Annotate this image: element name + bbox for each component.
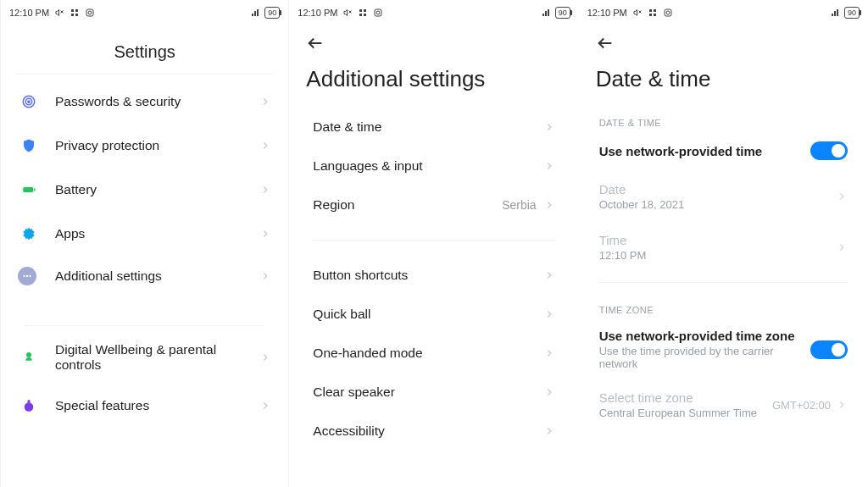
row-label: Battery [55, 182, 259, 197]
row-label: Use network-provided time [599, 144, 810, 158]
divider [313, 240, 554, 241]
row-use-network-time[interactable]: Use network-provided time [579, 133, 868, 169]
shield-icon [18, 135, 40, 157]
chevron-right-icon [259, 270, 271, 282]
chevron-right-icon [543, 160, 555, 172]
svg-point-36 [666, 11, 670, 14]
row-label: Region [313, 197, 502, 213]
row-label: Passwords & security [55, 94, 259, 109]
chevron-right-icon [259, 140, 271, 152]
fingerprint-icon [18, 91, 40, 113]
row-languages-input[interactable]: Languages & input [298, 147, 570, 185]
page-title: Additional settings [289, 59, 578, 108]
row-region[interactable]: Region Serbia [298, 185, 570, 224]
chevron-right-icon [836, 399, 848, 411]
row-label: Button shortcuts [313, 268, 542, 283]
svg-rect-34 [654, 14, 656, 16]
svg-rect-32 [654, 9, 656, 12]
svg-point-18 [25, 402, 34, 412]
row-label: Languages & input [313, 158, 542, 174]
toggle-network-timezone[interactable] [810, 340, 848, 359]
back-button[interactable] [596, 34, 615, 53]
svg-point-10 [28, 101, 30, 102]
battery-indicator: 90 [844, 7, 860, 19]
dots-icon [18, 267, 36, 285]
svg-rect-6 [86, 9, 93, 16]
row-label: Use network-provided time zone [599, 329, 810, 343]
screen-date-time: 12:10 PM 90 Date & time DATE & TIME Use … [579, 0, 868, 487]
row-label: Additional settings [55, 268, 259, 284]
settings-list: Passwords & security Privacy protection … [1, 80, 288, 428]
chevron-right-icon [543, 308, 555, 320]
status-bar: 12:10 PM 90 [1, 0, 288, 25]
row-time: Time 12:10 PM [579, 219, 868, 275]
divider [16, 74, 273, 75]
page-title: Settings [1, 25, 288, 69]
wellbeing-icon [18, 346, 40, 368]
row-one-handed-mode[interactable]: One-handed mode [298, 334, 570, 373]
network-icon [542, 8, 552, 18]
row-value: GMT+02:00 [772, 399, 831, 412]
chevron-right-icon [543, 269, 555, 281]
chevron-right-icon [543, 121, 555, 133]
row-label: Time [599, 233, 836, 247]
chevron-right-icon [543, 425, 555, 437]
status-time: 12:10 PM [587, 8, 627, 18]
chevron-right-icon [259, 351, 271, 363]
svg-rect-24 [359, 14, 362, 16]
row-additional-settings[interactable]: Additional settings [9, 256, 280, 296]
status-time: 12:10 PM [298, 8, 337, 18]
row-sub: October 18, 2021 [599, 198, 836, 211]
row-digital-wellbeing[interactable]: Digital Wellbeing & parental controls [9, 331, 280, 384]
row-select-timezone: Select time zone Central European Summer… [579, 379, 868, 428]
svg-rect-35 [665, 9, 671, 16]
mute-icon [632, 8, 643, 18]
battery-icon [18, 179, 40, 201]
status-time: 12:10 PM [9, 8, 49, 18]
chevron-right-icon [836, 241, 848, 253]
row-passwords-security[interactable]: Passwords & security [9, 80, 280, 124]
page-title: Date & time [579, 59, 868, 108]
app-icon-1 [70, 8, 80, 18]
row-label: Date [599, 182, 836, 196]
battery-indicator: 90 [555, 7, 570, 19]
app-icon-1 [648, 8, 658, 18]
row-sub: Central European Summer Time [599, 407, 772, 419]
row-battery[interactable]: Battery [9, 168, 280, 212]
row-button-shortcuts[interactable]: Button shortcuts [298, 256, 570, 295]
gear-icon [18, 223, 40, 245]
svg-rect-25 [364, 14, 366, 16]
network-icon [831, 8, 841, 18]
svg-point-14 [23, 275, 25, 277]
battery-indicator: 90 [264, 7, 280, 19]
toggle-network-time[interactable] [810, 141, 848, 160]
status-bar: 12:10 PM 90 [289, 0, 578, 25]
mute-icon [342, 8, 353, 18]
row-date: Date October 18, 2021 [579, 169, 868, 219]
row-label: Digital Wellbeing & parental controls [55, 342, 259, 373]
row-clear-speaker[interactable]: Clear speaker [298, 373, 570, 412]
row-label: One-handed mode [313, 346, 542, 361]
row-label: Clear speaker [313, 385, 542, 400]
special-icon [18, 395, 40, 417]
back-button[interactable] [306, 34, 325, 53]
row-use-network-timezone[interactable]: Use network-provided time zone Use the t… [579, 320, 868, 379]
row-accessibility[interactable]: Accessibility [298, 412, 570, 451]
svg-point-27 [376, 11, 380, 14]
row-date-time[interactable]: Date & time [298, 108, 570, 147]
chevron-right-icon [543, 386, 555, 398]
row-special-features[interactable]: Special features [9, 384, 280, 428]
section-header-time-zone: TIME ZONE [579, 290, 868, 320]
svg-rect-4 [71, 14, 74, 16]
svg-rect-2 [71, 9, 74, 12]
row-quick-ball[interactable]: Quick ball [298, 295, 570, 334]
svg-rect-31 [649, 9, 652, 12]
row-privacy-protection[interactable]: Privacy protection [9, 124, 280, 168]
svg-point-15 [26, 275, 28, 277]
row-apps[interactable]: Apps [9, 212, 280, 256]
svg-rect-26 [375, 9, 381, 16]
svg-rect-3 [75, 9, 78, 12]
status-bar: 12:10 PM 90 [579, 0, 868, 25]
screen-settings: 12:10 PM 90 Settings Passwords & securit… [0, 0, 289, 487]
mute-icon [54, 8, 64, 18]
